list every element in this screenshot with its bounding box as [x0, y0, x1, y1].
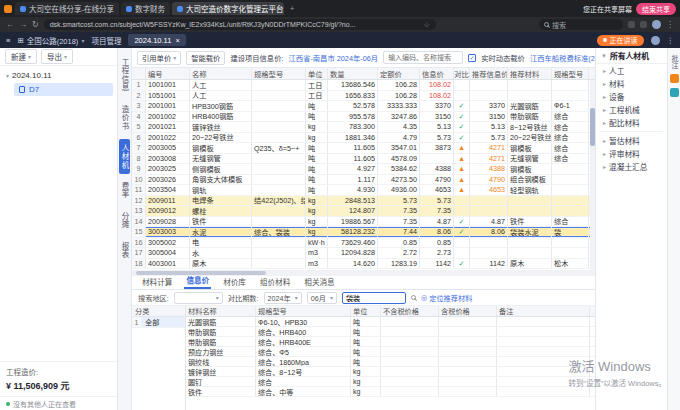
- price-table: 材料名称规格型号单位不含税价格含税价格备注 光圆钢筋Ф6-10、HPB30吨带肋…: [186, 306, 595, 410]
- new-button[interactable]: 新建 ▾: [5, 49, 37, 64]
- material-category-item[interactable]: ▸材料: [596, 77, 667, 90]
- material-search-input[interactable]: [383, 51, 463, 64]
- annotation-icon[interactable]: [670, 74, 679, 83]
- price-row[interactable]: 圆钉综合kg: [186, 377, 595, 387]
- browser-tab[interactable]: 大司空在线分享-在线分享: [15, 2, 119, 15]
- price-row[interactable]: 预应力钢丝综合、Φ5吨: [186, 347, 595, 357]
- price-row[interactable]: 带肋钢筋综合、HRB400吨: [186, 327, 595, 337]
- reload-icon[interactable]: ↻: [32, 20, 39, 29]
- cell-code: 2003005: [146, 143, 190, 153]
- workspace-switcher[interactable]: ⊞ 全国公路(2018) ▾: [17, 35, 84, 46]
- price-row[interactable]: 铁件综合、中等kg: [186, 387, 595, 397]
- tree-child-node-selected[interactable]: D7: [14, 83, 113, 96]
- module-tab[interactable]: 人材机: [119, 139, 130, 175]
- more-menu-icon[interactable]: ⋮: [667, 36, 675, 45]
- vertical-scrollbar[interactable]: [590, 80, 595, 270]
- table-row[interactable]: 11001001人工工日13686.546106.28108.02: [132, 80, 595, 91]
- project-management-menu[interactable]: 项目管理: [91, 35, 121, 46]
- category-row[interactable]: 1全部: [132, 317, 185, 328]
- collaboration-icon[interactable]: [670, 88, 679, 97]
- table-row[interactable]: 42001002HRB400钢筋吨955.5783247.863150✓3150…: [132, 112, 595, 123]
- document-tab-close-icon[interactable]: ×: [175, 36, 179, 45]
- material-category-item[interactable]: ▸混凝土汇总: [596, 160, 667, 173]
- url-box[interactable]: dsk.smartcost.com.cn/subject/W5FSSYzKw_l…: [44, 19, 436, 30]
- document-tab[interactable]: 2024.10.11 ×: [128, 34, 185, 46]
- table-row[interactable]: 163005002电kW·h73629.4600.850.85: [132, 238, 595, 249]
- table-row[interactable]: 82003008无缝钢管吨11.6054578.09▲4271无缝钢管综合: [132, 154, 595, 165]
- cell-recommended-price: 3370: [470, 101, 508, 111]
- bottom-tab[interactable]: 组价材料: [258, 275, 292, 289]
- material-category-item[interactable]: ▸配比材料: [596, 116, 667, 129]
- tree-root-node[interactable]: ▾ 2024.10.11: [0, 69, 117, 82]
- filter-icon[interactable]: ▼: [601, 53, 607, 59]
- browser-tab[interactable]: 数字财务: [121, 2, 170, 15]
- browser-profile-avatar[interactable]: [652, 20, 661, 29]
- horizontal-scrollbar[interactable]: [132, 270, 595, 276]
- material-category-item[interactable]: ▸工程机械: [596, 103, 667, 116]
- table-row[interactable]: 6200102220~22号铁丝kg1881.3464.795.73✓5.732…: [132, 133, 595, 144]
- module-tab[interactable]: 费率: [119, 177, 130, 204]
- dynamic-pricing-checkbox[interactable]: ✓: [468, 54, 476, 62]
- bottom-tab[interactable]: 材价库: [221, 275, 248, 289]
- year-select[interactable]: 2024年 ▾: [264, 292, 302, 304]
- table-row[interactable]: 72003005钢模板Q235、δ=5~+吨11.6053547.013873▲…: [132, 143, 595, 154]
- module-tab[interactable]: 造价书: [119, 100, 130, 136]
- new-tab-button[interactable]: +: [287, 4, 297, 13]
- material-category-item[interactable]: ▸评审材料: [596, 147, 667, 160]
- search-icon[interactable]: [411, 295, 416, 300]
- bookmark-star-icon[interactable]: ☆: [423, 21, 429, 29]
- module-tab[interactable]: 工程信息: [119, 53, 130, 97]
- table-row[interactable]: 52001021镀锌铁丝kg783.3004.355.13✓5.138~12号铁…: [132, 122, 595, 133]
- region-select[interactable]: ▾: [174, 292, 223, 304]
- month-select[interactable]: 06月 ▾: [307, 292, 337, 304]
- table-row[interactable]: 122009011电焊条结422(J502)、结50kg2848.5135.73…: [132, 196, 595, 207]
- annotation-rail-label[interactable]: 批注: [669, 55, 679, 69]
- table-row[interactable]: 112003504钢轨吨4.9304936.004653▲4653轻型钢轨: [132, 185, 595, 196]
- browser-tab[interactable]: 大司空造价数字化管理云平台×: [172, 2, 284, 15]
- price-row[interactable]: 带肋钢筋综合、HRB400E吨: [186, 337, 595, 347]
- live-narration-button[interactable]: 正在讲读: [597, 35, 644, 46]
- table-row[interactable]: 173005004水m312094.8282.722.73: [132, 248, 595, 259]
- price-row[interactable]: 钢绞线综合、1860Mpa吨: [186, 357, 595, 367]
- scrollbar-thumb[interactable]: [590, 108, 595, 146]
- module-tab[interactable]: 报表: [119, 237, 130, 264]
- column-header: 编号: [146, 68, 190, 79]
- scrollbar-thumb[interactable]: [136, 271, 266, 275]
- stop-share-button[interactable]: 结束共享: [636, 3, 676, 15]
- material-category-item[interactable]: ▸人工: [596, 64, 667, 77]
- bottom-tab[interactable]: 材料计算: [140, 275, 174, 289]
- price-row[interactable]: 镀锌钢丝综合、8~12号kg: [186, 367, 595, 377]
- browser-search-box[interactable]: 搜索: [539, 19, 623, 30]
- price-search-input[interactable]: [342, 292, 406, 304]
- bottom-tab[interactable]: 相关消息: [302, 275, 336, 289]
- export-button[interactable]: 导出 ▾: [41, 49, 73, 64]
- favorites-icon[interactable]: [640, 21, 647, 28]
- back-icon[interactable]: ←: [6, 20, 14, 29]
- material-category-item[interactable]: ▸暂估材料: [596, 134, 667, 147]
- info-price-region-link[interactable]: 江西省-南昌市 2024年-06月: [289, 53, 379, 63]
- material-category-item[interactable]: ▸设备: [596, 90, 667, 103]
- forward-icon[interactable]: →: [19, 20, 27, 29]
- cost-value: ¥ 11,506,909 元: [6, 379, 111, 392]
- table-row[interactable]: 102003026角钢支大体模板吨1.1174273.504790▲4790组合…: [132, 175, 595, 186]
- cell-quantity: 1881.346: [328, 133, 378, 143]
- chevron-down-icon[interactable]: ▾: [6, 72, 9, 79]
- browser-menu-icon[interactable]: ⋮: [666, 20, 674, 29]
- tax-standard-link[interactable]: 江西车船税费标准(2012)2018...: [530, 53, 595, 63]
- table-row[interactable]: 132009012螺栓kg124.8077.357.35: [132, 206, 595, 217]
- user-avatar[interactable]: [651, 36, 660, 45]
- table-row[interactable]: 92003025侧钢模板吨4.9275384.624388▲4388钢模板: [132, 164, 595, 175]
- table-row[interactable]: 153003003水泥综合、袋装kg58128.2327.448.06✓8.06…: [132, 227, 595, 238]
- price-row[interactable]: 光圆钢筋Ф6-10、HPB30吨: [186, 317, 595, 327]
- table-row[interactable]: 184003001原木m314.6201283.191142✓1142原木松木: [132, 259, 595, 270]
- smart-pricing-button[interactable]: 智能载价: [186, 51, 225, 65]
- quote-price-button[interactable]: 引用单价 ▾: [137, 51, 181, 65]
- table-row[interactable]: 32001001HPB300钢筋吨52.5783333.3333370✓3370…: [132, 101, 595, 112]
- module-tab[interactable]: 分摊: [119, 207, 130, 234]
- locate-recommended-button[interactable]: ◎ 定位推荐材料: [421, 293, 472, 303]
- hamburger-menu-icon[interactable]: ≡: [6, 36, 10, 45]
- table-row[interactable]: 142009028铁件kg19886.5677.354.87✓4.87铁件综合: [132, 217, 595, 228]
- extensions-icon[interactable]: [628, 21, 635, 28]
- price-check-icon: ✓: [454, 112, 470, 122]
- table-row[interactable]: 21051001人工工日1656.833106.28108.02: [132, 91, 595, 102]
